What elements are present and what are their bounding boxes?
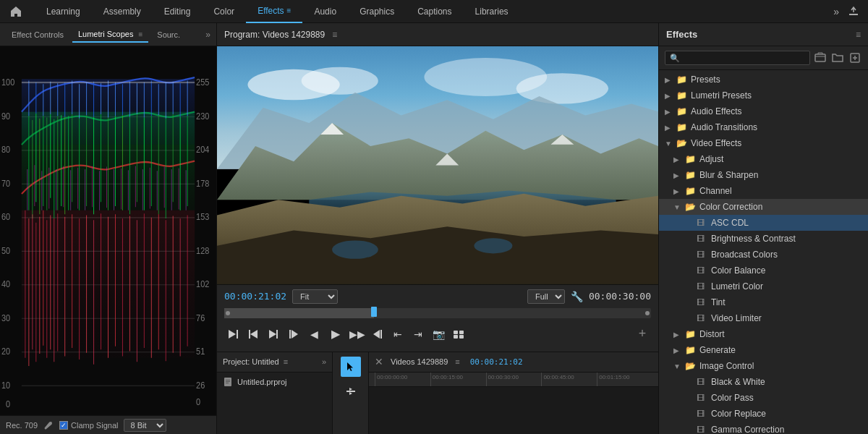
nav-captions[interactable]: Captions: [406, 0, 463, 23]
scrubber-progress: [224, 308, 374, 318]
tree-label: Color Pass: [711, 393, 754, 403]
folder-icon: 📁: [685, 170, 697, 180]
export-button[interactable]: [845, 3, 862, 20]
timeline-close-button[interactable]: ✕: [375, 356, 383, 367]
ruler-tick-4: 00:01:15:00: [597, 373, 652, 386]
effect-file-icon: 🎞: [697, 393, 708, 402]
nav-libraries[interactable]: Libraries: [464, 0, 520, 23]
playback-scrubber[interactable]: [224, 308, 651, 318]
go-to-in-button[interactable]: [285, 326, 302, 343]
tab-effect-controls[interactable]: Effect Controls: [6, 27, 69, 42]
camera-button[interactable]: 📷: [430, 326, 447, 343]
project-actions: »: [322, 357, 326, 366]
svg-rect-152: [276, 330, 278, 339]
play-button[interactable]: ▶: [326, 324, 346, 344]
tree-item-broadcast-colors[interactable]: ▶ 🎞 Broadcast Colors: [659, 247, 868, 263]
timeline-menu-icon[interactable]: ≡: [455, 357, 459, 366]
folder-icon: 📁: [685, 345, 697, 355]
project-expand-button[interactable]: »: [322, 357, 326, 366]
clamp-signal-checkbox[interactable]: ✓ Clamp Signal: [59, 421, 118, 430]
tree-item-black-white[interactable]: ▶ 🎞 Black & White: [659, 374, 868, 390]
svg-text:70: 70: [1, 178, 11, 188]
scrubber-handle[interactable]: [371, 307, 377, 317]
tree-item-video-effects[interactable]: ▼ 📂 Video Effects: [659, 135, 868, 151]
tree-item-color-pass[interactable]: ▶ 🎞 Color Pass: [659, 390, 868, 406]
tree-item-generate[interactable]: ▶ 📁 Generate: [659, 342, 868, 358]
new-item-icon[interactable]: [848, 51, 862, 65]
effects-panel-menu[interactable]: ≡: [856, 30, 861, 40]
wrench-icon[interactable]: [43, 420, 54, 430]
project-file-icon: [223, 377, 233, 387]
mark-in-button[interactable]: [224, 326, 242, 343]
program-monitor-menu[interactable]: ≡: [332, 30, 337, 40]
fit-dropdown[interactable]: Fit 25% 50% 100%: [292, 289, 338, 304]
tree-item-audio-transitions[interactable]: ▶ 📁 Audio Transitions: [659, 119, 868, 135]
panel-expand-button[interactable]: »: [205, 30, 210, 40]
shuttle-left-button[interactable]: ⇤: [389, 326, 407, 343]
shuttle-right-button[interactable]: ⇥: [409, 326, 427, 343]
tab-source[interactable]: Sourc.: [151, 27, 186, 42]
tree-item-color-correction[interactable]: ▼ 📂 Color Correction: [659, 199, 868, 215]
tree-item-tint[interactable]: ▶ 🎞 Tint: [659, 294, 868, 310]
nav-graphics[interactable]: Graphics: [348, 0, 406, 23]
tree-item-gamma-correction[interactable]: ▶ 🎞 Gamma Correction: [659, 422, 868, 434]
project-menu-icon[interactable]: ≡: [284, 357, 288, 366]
nav-effects[interactable]: Effects ≡: [246, 0, 302, 23]
home-icon[interactable]: [6, 1, 26, 22]
tree-item-blur-sharpen[interactable]: ▶ 📁 Blur & Sharpen: [659, 167, 868, 183]
multi-cam-button[interactable]: [450, 326, 467, 343]
tab-lumetri-scopes[interactable]: Lumetri Scopes ≡: [72, 27, 148, 43]
nav-more-button[interactable]: »: [833, 6, 839, 17]
bottom-section: Project: Untitled ≡ » Untitled.prproj: [217, 352, 658, 434]
project-file-item[interactable]: Untitled.prproj: [217, 373, 332, 391]
timeline-panel: ✕ Videos 1429889 ≡ 00:00:21:02 00:00:00:…: [369, 352, 658, 434]
tree-item-channel[interactable]: ▶ 📁 Channel: [659, 183, 868, 199]
step-forward-button[interactable]: [265, 326, 282, 343]
tree-item-image-control[interactable]: ▼ 📂 Image Control: [659, 358, 868, 374]
tree-item-color-replace[interactable]: ▶ 🎞 Color Replace: [659, 406, 868, 422]
tree-item-video-limiter[interactable]: ▶ 🎞 Video Limiter: [659, 310, 868, 326]
chevron-right-icon: ▶: [673, 331, 682, 339]
bit-depth-dropdown[interactable]: 8 Bit 10 Bit: [124, 419, 166, 432]
tree-label: Adjust: [699, 154, 723, 164]
selection-tool[interactable]: [341, 357, 361, 377]
quality-dropdown[interactable]: Full 1/2 1/4: [527, 289, 565, 304]
svg-text:128: 128: [196, 245, 210, 255]
effects-search-input[interactable]: [665, 51, 810, 65]
effects-search-bar: [659, 46, 868, 70]
next-edit-button[interactable]: ▶▶: [349, 326, 366, 343]
track-select-tool[interactable]: [341, 381, 361, 401]
new-bin-icon[interactable]: [813, 51, 827, 65]
nav-learning[interactable]: Learning: [35, 0, 92, 23]
tree-item-asc-cdl[interactable]: ▶ 🎞 ASC CDL: [659, 215, 868, 231]
svg-text:30: 30: [1, 312, 11, 323]
svg-marker-157: [373, 330, 380, 339]
step-back-button[interactable]: [244, 326, 262, 343]
svg-rect-0: [849, 14, 858, 15]
nav-audio[interactable]: Audio: [302, 0, 348, 23]
top-navigation: Learning Assembly Editing Color Effects …: [0, 0, 868, 23]
tree-label: Black & White: [711, 377, 765, 387]
tree-item-color-balance[interactable]: ▶ 🎞 Color Balance: [659, 263, 868, 278]
panel-tabs: Effect Controls Lumetri Scopes ≡ Sourc. …: [0, 23, 216, 46]
nav-color[interactable]: Color: [202, 0, 246, 23]
go-to-out-button[interactable]: [369, 326, 386, 343]
tree-label: Color Correction: [699, 202, 762, 212]
tree-label: ASC CDL: [711, 218, 749, 228]
tree-item-lumetri-color[interactable]: ▶ 🎞 Lumetri Color: [659, 278, 868, 294]
nav-assembly[interactable]: Assembly: [92, 0, 153, 23]
nav-editing[interactable]: Editing: [153, 0, 203, 23]
tree-item-lumetri-presets[interactable]: ▶ 📁 Lumetri Presets: [659, 88, 868, 103]
tree-item-distort[interactable]: ▶ 📁 Distort: [659, 326, 868, 342]
add-button[interactable]: +: [634, 326, 651, 343]
tree-item-brightness-contrast[interactable]: ▶ 🎞 Brightness & Contrast: [659, 231, 868, 247]
prev-edit-button[interactable]: ◀: [305, 326, 323, 343]
tree-item-audio-effects[interactable]: ▶ 📁 Audio Effects: [659, 103, 868, 119]
settings-icon[interactable]: 🔧: [571, 291, 583, 302]
new-folder-icon[interactable]: [830, 51, 845, 65]
effect-file-icon: 🎞: [697, 314, 708, 323]
tree-item-presets[interactable]: ▶ 📁 Presets: [659, 72, 868, 88]
svg-rect-158: [454, 331, 458, 334]
tree-item-adjust[interactable]: ▶ 📁 Adjust: [659, 151, 868, 167]
chevron-right-icon: ▶: [665, 108, 673, 116]
